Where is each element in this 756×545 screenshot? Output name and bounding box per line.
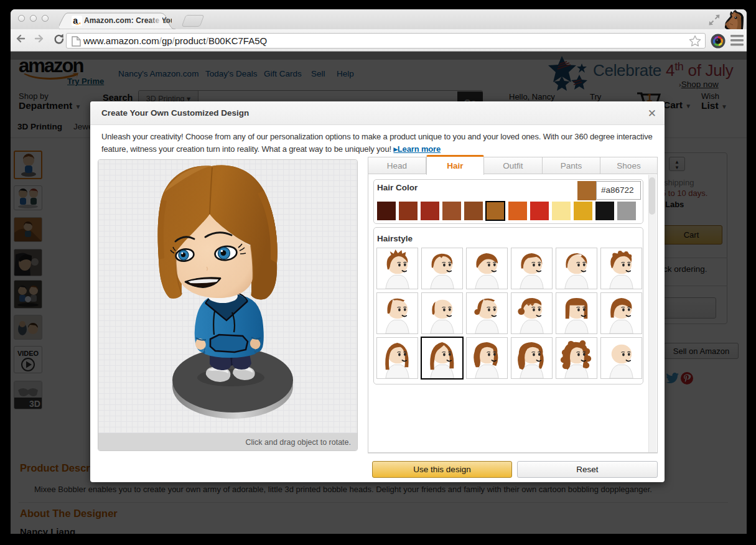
svg-text:a: a: [73, 16, 78, 26]
